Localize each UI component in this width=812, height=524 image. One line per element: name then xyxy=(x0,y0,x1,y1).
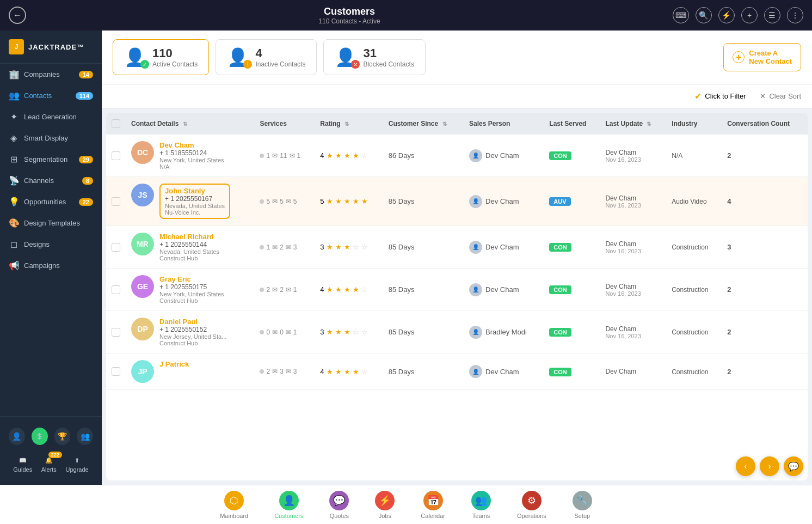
scroll-right-button[interactable]: › xyxy=(760,456,779,476)
nav-jobs[interactable]: ⚡ Jobs xyxy=(362,486,408,523)
upgrade-icon: ⬆ xyxy=(75,457,79,464)
select-all-checkbox[interactable] xyxy=(112,119,120,128)
services-row: 1 ✉ 11 ✉ 1 xyxy=(260,152,309,160)
rating-number: 3 xyxy=(320,243,324,251)
services-row: 0 ✉ 0 ✉ 1 xyxy=(260,328,309,336)
contact-name[interactable]: J Patrick xyxy=(159,360,189,368)
sidebar-item-designs[interactable]: ◻ Designs xyxy=(0,234,102,255)
row-checkbox[interactable] xyxy=(112,285,120,294)
row-checkbox[interactable] xyxy=(112,367,120,376)
sidebar-item-smart-display[interactable]: ◈ Smart Display xyxy=(0,127,102,149)
last-update-info: Dev Cham Nov 16, 2023 xyxy=(605,149,661,163)
create-contact-button[interactable]: + Create ANew Contact xyxy=(723,43,801,71)
table-row[interactable]: MR Michael Richard + 1 2025550144 Nevada… xyxy=(106,226,808,269)
upgrade-button[interactable]: ⬆ Upgrade xyxy=(62,454,91,476)
inactive-contacts-card[interactable]: 👤 ! 4 Inactive Contacts xyxy=(216,39,317,75)
filter-icon[interactable]: ⚡ xyxy=(718,7,735,23)
rating-number: 5 xyxy=(320,197,324,205)
sidebar-item-campaigns[interactable]: 📢 Campaigns xyxy=(0,255,102,276)
row-checkbox[interactable] xyxy=(112,328,120,337)
last-update-info: Dev Cham Nov 16, 2023 xyxy=(605,194,661,209)
sidebar-item-lead-generation[interactable]: ✦ Lead Generation xyxy=(0,106,102,127)
companies-label: Companies xyxy=(24,70,60,78)
nav-calendar[interactable]: 📅 Calendar xyxy=(408,486,458,523)
clear-sort-button[interactable]: ✕ Clear Sort xyxy=(760,92,801,100)
alerts-button[interactable]: 🔔 222 Alerts xyxy=(38,454,60,476)
table-row[interactable]: JS John Stanly + 1 2025550167 Nevada, Un… xyxy=(106,177,808,226)
operations-icon: ⚙ xyxy=(522,491,542,510)
industry-cell: Construction xyxy=(666,269,722,311)
scroll-left-button[interactable]: ‹ xyxy=(736,456,755,476)
industry-value: N/A xyxy=(672,152,682,160)
bottom-icon-2[interactable]: $ xyxy=(32,428,48,445)
contact-name[interactable]: Dev Cham xyxy=(159,141,224,149)
table-row[interactable]: DP Daniel Paul + 1 2025550152 New Jersey… xyxy=(106,311,808,354)
segmentation-icon: ⊞ xyxy=(9,154,19,164)
contact-row: GE Gray Eric + 1 2025550175 New York, Un… xyxy=(131,275,249,304)
list-icon[interactable]: ☰ xyxy=(764,7,780,23)
sidebar-item-opportunities[interactable]: 💡 Opportunities 22 xyxy=(0,191,102,212)
nav-setup[interactable]: 🔧 Setup xyxy=(559,486,605,523)
rating-cell: 3 ★★★☆☆ xyxy=(315,226,383,269)
back-button[interactable]: ← xyxy=(9,7,26,24)
add-icon[interactable]: + xyxy=(741,7,758,23)
table-row[interactable]: DC Dev Cham + 1 5185550124 New York, Uni… xyxy=(106,135,808,177)
table-row[interactable]: GE Gray Eric + 1 2025550175 New York, Un… xyxy=(106,269,808,311)
blocked-contacts-card[interactable]: 👤 ✕ 31 Blocked Contacts xyxy=(323,39,425,75)
last-served-tag: CON xyxy=(549,285,571,294)
guides-button[interactable]: 📖 Guides xyxy=(10,454,35,476)
nav-customers[interactable]: 👤 Customers xyxy=(261,486,316,523)
customer-since-value: 85 Days xyxy=(389,243,415,251)
conv-count-value: 3 xyxy=(727,243,731,251)
sidebar-item-contacts[interactable]: 👥 Contacts 114 xyxy=(0,85,102,106)
search-icon[interactable]: 🔍 xyxy=(696,7,712,23)
bottom-icon-1[interactable]: 👤 xyxy=(9,428,25,445)
last-update-cell: Dev Cham Nov 16, 2023 xyxy=(600,269,666,311)
sales-person-row: 👤 Dev Cham xyxy=(469,195,538,208)
svc-msg-icon: ✉ xyxy=(272,368,278,375)
contact-location: New York, United States xyxy=(159,157,224,163)
contact-name[interactable]: John Stanly xyxy=(165,187,225,195)
col-services[interactable]: Services xyxy=(254,113,315,135)
col-rating[interactable]: Rating ⇅ xyxy=(315,113,383,135)
nav-teams[interactable]: 👥 Teams xyxy=(458,486,504,523)
contact-name[interactable]: Michael Richard xyxy=(159,233,219,241)
contact-name[interactable]: Gray Eric xyxy=(159,275,224,283)
chat-button[interactable]: 💬 xyxy=(784,456,803,476)
table-header-row: Contact Details ⇅ Services Rating ⇅ Cust… xyxy=(106,113,808,135)
bottom-icon-4[interactable]: 👥 xyxy=(77,428,93,445)
sidebar-item-channels[interactable]: 📡 Channels 8 xyxy=(0,170,102,191)
row-checkbox[interactable] xyxy=(112,151,120,160)
inactive-contacts-icon-wrap: 👤 ! xyxy=(227,47,249,68)
contact-phone: + 1 5185550124 xyxy=(159,149,224,157)
sidebar-item-companies[interactable]: 🏢 Companies 14 xyxy=(0,64,102,85)
sales-person-name: Bradley Modi xyxy=(485,328,527,336)
col-customer-since[interactable]: Customer Since ⇅ xyxy=(383,113,464,135)
row-checkbox[interactable] xyxy=(112,197,120,206)
table-row[interactable]: JP J Patrick 2 ✉ 3 ✉ 3 xyxy=(106,354,808,390)
svc-call-count: 5 xyxy=(293,198,297,205)
operations-label: Operations xyxy=(517,513,546,519)
nav-mainboard[interactable]: ⬡ Mainboard xyxy=(207,486,261,523)
contact-info: John Stanly + 1 2025550167 Nevada, Unite… xyxy=(165,187,225,216)
sort-rating-icon: ⇅ xyxy=(345,121,349,127)
bottom-icon-3[interactable]: 🏆 xyxy=(54,428,71,445)
col-contact-details[interactable]: Contact Details ⇅ xyxy=(126,113,254,135)
contact-name[interactable]: Daniel Paul xyxy=(159,318,226,326)
nav-quotes[interactable]: 💬 Quotes xyxy=(316,486,362,523)
sidebar-item-design-templates[interactable]: 🎨 Design Templates xyxy=(0,212,102,234)
active-contacts-card[interactable]: 👤 ✓ 110 Active Contacts xyxy=(113,39,209,75)
col-last-update[interactable]: Last Update ⇅ xyxy=(600,113,666,135)
keyboard-icon[interactable]: ⌨ xyxy=(673,7,689,23)
click-to-filter-button[interactable]: ✔ Click to Filter xyxy=(689,89,751,103)
clear-x-icon: ✕ xyxy=(760,92,766,100)
contacts-label: Contacts xyxy=(24,92,52,100)
sort-customer-since-icon: ⇅ xyxy=(442,121,447,127)
contact-details-cell: DC Dev Cham + 1 5185550124 New York, Uni… xyxy=(126,135,254,177)
row-checkbox[interactable] xyxy=(112,243,120,252)
more-icon[interactable]: ⋮ xyxy=(787,7,803,23)
sales-person-cell: 👤 Dev Cham xyxy=(464,135,544,177)
nav-operations[interactable]: ⚙ Operations xyxy=(504,486,559,523)
teams-label: Teams xyxy=(472,513,490,519)
sidebar-item-segmentation[interactable]: ⊞ Segmentation 29 xyxy=(0,149,102,170)
